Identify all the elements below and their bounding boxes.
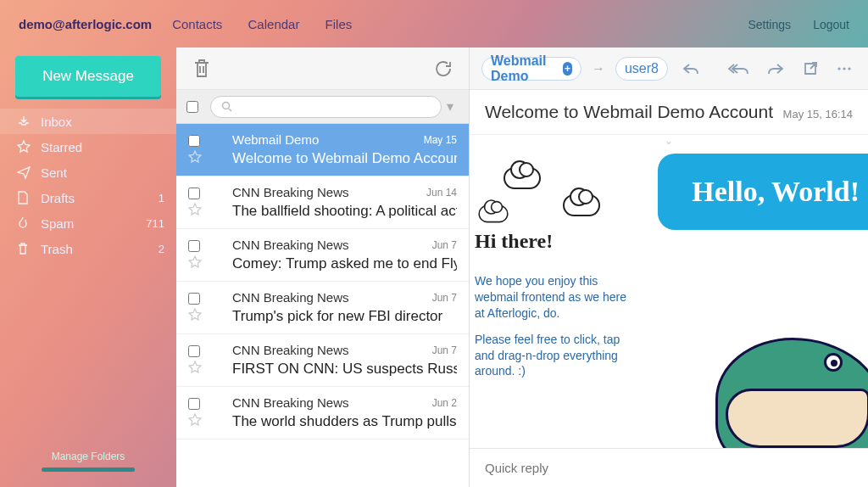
folder-starred[interactable]: Starred <box>0 134 176 160</box>
fire-icon <box>17 216 32 230</box>
folder-label: Starred <box>41 140 82 154</box>
message-subject: Comey: Trump asked me to end Flynn p <box>232 255 457 272</box>
message-checkbox[interactable] <box>188 398 200 410</box>
cloud-decoration <box>478 205 508 223</box>
star-icon[interactable] <box>188 255 227 269</box>
star-icon[interactable] <box>188 413 227 427</box>
list-toolbar <box>176 48 469 90</box>
message-checkbox[interactable] <box>188 188 200 199</box>
forward-button[interactable] <box>763 58 788 80</box>
folder-sent[interactable]: Sent <box>0 160 176 185</box>
account-email[interactable]: demo@afterlogic.com <box>19 17 152 31</box>
svg-point-3 <box>848 67 850 70</box>
folder-label: Spam <box>41 216 74 231</box>
folder-count: 2 <box>159 243 164 255</box>
message-subject: The world shudders as Trump pulls US <box>232 413 457 430</box>
body-paragraph: Please feel free to click, tap and drag-… <box>475 332 627 380</box>
recipient-chip[interactable]: user8 <box>615 57 668 81</box>
message-from: Webmail Demo <box>232 132 419 147</box>
add-contact-icon[interactable]: + <box>563 62 572 76</box>
message-checkbox[interactable] <box>188 345 200 357</box>
star-icon[interactable] <box>188 150 227 164</box>
message-list-pane: ▾ Webmail DemoMay 15Welcome to Webmail D… <box>176 48 470 487</box>
delete-button[interactable] <box>192 57 212 81</box>
reader-pane: Webmail Demo+ → user8 Welcome to Webmail… <box>470 48 868 487</box>
folder-label: Inbox <box>41 115 72 129</box>
hello-bubble: Hello, World! <box>658 154 868 230</box>
refresh-button[interactable] <box>433 59 453 79</box>
more-button[interactable] <box>832 61 856 76</box>
message-date: May 15 <box>424 134 457 146</box>
message-date: Jun 2 <box>432 397 457 409</box>
search-input[interactable] <box>237 100 431 113</box>
body-paragraph: We hope you enjoy this webmail frontend … <box>475 273 627 322</box>
inbox-icon <box>17 115 32 128</box>
svg-point-1 <box>837 67 840 70</box>
open-new-window-button[interactable] <box>798 57 822 81</box>
reply-button[interactable] <box>678 58 704 80</box>
select-all-checkbox[interactable] <box>186 101 198 113</box>
star-icon[interactable] <box>188 361 227 374</box>
folder-label: Sent <box>41 165 67 180</box>
reader-body: Hello, World! Hi there! We hope you enjo… <box>470 145 868 448</box>
folder-count: 1 <box>159 192 164 204</box>
manage-folders-link[interactable]: Manage Folders <box>0 451 176 472</box>
sender-chip[interactable]: Webmail Demo+ <box>481 57 581 81</box>
quick-reply-input[interactable] <box>485 461 853 475</box>
message-item[interactable]: CNN Breaking NewsJun 2The world shudders… <box>176 387 469 439</box>
cloud-decoration <box>504 167 541 189</box>
message-checkbox[interactable] <box>188 240 200 252</box>
folder-trash[interactable]: Trash2 <box>0 236 176 261</box>
search-dropdown[interactable]: ▾ <box>447 96 459 118</box>
body-heading: Hi there! <box>475 230 627 253</box>
message-item[interactable]: CNN Breaking NewsJun 7Comey: Trump asked… <box>176 229 469 282</box>
svg-point-0 <box>223 103 230 109</box>
message-item[interactable]: CNN Breaking NewsJun 7Trump's pick for n… <box>176 282 469 334</box>
topbar: demo@afterlogic.com Contacts Calendar Fi… <box>0 0 868 48</box>
message-item[interactable]: Webmail DemoMay 15Welcome to Webmail Dem… <box>176 124 469 176</box>
sidebar: New Message Inbox Starred Sent Drafts1 S… <box>0 48 176 487</box>
message-date: Jun 7 <box>432 292 457 304</box>
quick-reply-row <box>470 448 868 487</box>
message-subject: FIRST ON CNN: US suspects Russian <box>232 361 457 378</box>
expand-header-icon[interactable]: ⌄ <box>470 135 868 145</box>
folder-inbox[interactable]: Inbox <box>0 109 176 134</box>
trash-icon <box>17 242 32 255</box>
nav-calendar[interactable]: Calendar <box>248 17 300 31</box>
star-icon[interactable] <box>188 203 227 216</box>
search-input-wrapper[interactable] <box>210 96 442 118</box>
dino-illustration <box>673 295 868 448</box>
nav-logout[interactable]: Logout <box>813 18 849 31</box>
folder-spam[interactable]: Spam711 <box>0 210 176 236</box>
message-item[interactable]: CNN Breaking NewsJun 7FIRST ON CNN: US s… <box>176 334 469 387</box>
message-list: Webmail DemoMay 15Welcome to Webmail Dem… <box>176 124 469 487</box>
arrow-icon: → <box>592 61 605 76</box>
paperplane-icon <box>17 165 32 179</box>
search-icon <box>221 101 232 112</box>
folder-count: 711 <box>146 217 164 230</box>
topnav: Contacts Calendar Files <box>172 17 374 31</box>
nav-contacts[interactable]: Contacts <box>172 17 222 31</box>
reply-all-button[interactable] <box>724 58 753 80</box>
message-checkbox[interactable] <box>188 293 200 305</box>
star-icon <box>17 140 32 154</box>
reader-subject: Welcome to Webmail Demo Account <box>485 102 773 122</box>
star-icon[interactable] <box>188 308 227 322</box>
message-subject: Welcome to Webmail Demo Account <box>232 150 457 167</box>
message-subject: Trump's pick for new FBI director <box>232 308 457 325</box>
quota-bar <box>42 467 135 472</box>
new-message-button[interactable]: New Message <box>15 56 161 97</box>
nav-settings[interactable]: Settings <box>748 18 791 31</box>
nav-files[interactable]: Files <box>326 17 353 31</box>
message-from: CNN Breaking News <box>232 395 427 410</box>
file-icon <box>17 191 32 204</box>
message-checkbox[interactable] <box>188 135 200 147</box>
folder-drafts[interactable]: Drafts1 <box>0 185 176 210</box>
message-date: Jun 14 <box>426 187 457 199</box>
message-item[interactable]: CNN Breaking NewsJun 14The ballfield sho… <box>176 176 469 229</box>
message-subject: The ballfield shooting: A political act … <box>232 203 457 220</box>
message-from: CNN Breaking News <box>232 238 427 252</box>
reader-header: Welcome to Webmail Demo Account May 15, … <box>470 90 868 135</box>
reader-toolbar: Webmail Demo+ → user8 <box>470 48 868 90</box>
folder-label: Drafts <box>41 191 75 205</box>
